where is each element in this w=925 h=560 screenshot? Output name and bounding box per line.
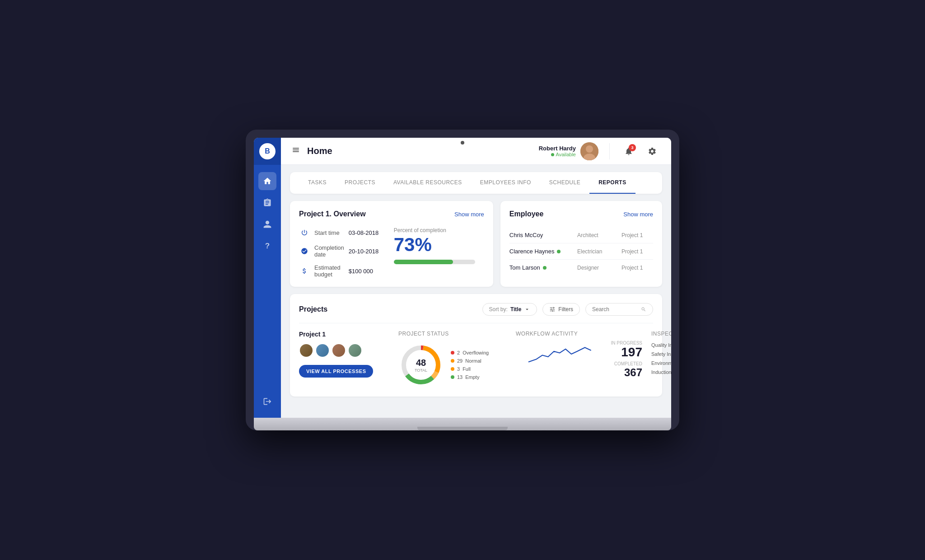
dollar-icon: [299, 266, 310, 276]
sort-button[interactable]: Sort by: Title: [482, 303, 537, 316]
donut-chart: 48 TOTAL: [398, 342, 444, 387]
tab-schedule[interactable]: SCHEDULE: [540, 172, 589, 194]
overview-right: Percent of completion 73%: [394, 227, 484, 264]
inspection-name-3: Inductions (C...: [651, 369, 671, 375]
sidebar-item-clipboard[interactable]: [258, 194, 276, 212]
tab-available-resources[interactable]: AVAILABLE RESOURCES: [384, 172, 471, 194]
budget-row: Estimated budget $100 000: [299, 264, 394, 278]
person-icon: [263, 220, 272, 229]
project-overview-header: Project 1. Overview Show more: [299, 210, 484, 218]
legend-label-overflowing: Overflowing: [462, 350, 489, 355]
search-input[interactable]: [592, 306, 637, 313]
team-avatar-1: [299, 343, 313, 358]
progress-fill: [394, 260, 453, 264]
workflow-stats: In progress 197 Completed 367: [516, 341, 642, 379]
inspection-row-3: Inductions (C... 108: [651, 369, 671, 375]
tab-employees-info[interactable]: EMPLOYEES INFO: [471, 172, 540, 194]
workflow-title: Workflow activity: [516, 331, 642, 337]
legend-label-normal: Normal: [465, 358, 481, 364]
legend-empty: 13 Empty: [451, 374, 489, 380]
inspections-section: Inspections Quality Insp... 355 Safe: [651, 331, 671, 378]
main-content: Home Robert Hardy Available: [281, 138, 671, 418]
employee-show-more[interactable]: Show more: [623, 211, 653, 218]
project1-avatars: [299, 343, 389, 358]
app-container: B ?: [254, 138, 671, 418]
start-time-label: Start time: [314, 229, 344, 236]
start-time-value: 03-08-2018: [349, 229, 394, 236]
filter-button[interactable]: Filters: [542, 303, 580, 316]
sort-label: Sort by:: [489, 306, 508, 313]
projects-header: Projects Sort by: Title Filters: [299, 303, 653, 316]
legend-overflowing: 2 Overflowing: [451, 350, 489, 355]
tab-tasks[interactable]: TASKS: [299, 172, 336, 194]
donut-sub: TOTAL: [415, 368, 427, 373]
laptop-screen: B ?: [254, 138, 671, 418]
inspection-name-1: Safety Insp...: [651, 351, 671, 357]
legend-count-empty: 13: [457, 374, 462, 380]
tab-reports[interactable]: REPORTS: [589, 172, 635, 194]
notification-badge: 3: [629, 144, 636, 151]
projects-divider: [299, 323, 653, 323]
employee-project-0: Project 1: [621, 232, 653, 238]
employee-name-1: Clarence Haynes: [509, 248, 574, 255]
laptop-camera: [461, 141, 464, 145]
overview-content: Start time 03-08-2018 Completion date: [299, 227, 484, 278]
tab-projects[interactable]: PROJECTS: [336, 172, 384, 194]
inspection-name-0: Quality Insp...: [651, 342, 671, 348]
employee-card-header: Employee Show more: [509, 210, 653, 218]
sort-value: Title: [510, 306, 521, 313]
project-overview-show-more[interactable]: Show more: [454, 211, 484, 218]
project1-content: Project 1 VIEW ALL PROCESSES: [299, 331, 653, 387]
completed-value: 367: [611, 366, 642, 379]
workflow-section: Workflow activity In progress: [516, 331, 642, 379]
chevron-down-icon: [524, 306, 530, 313]
overview-left: Start time 03-08-2018 Completion date: [299, 227, 394, 278]
search-box: [585, 303, 653, 316]
power-icon: [299, 227, 310, 238]
logo-icon: B: [259, 143, 276, 159]
legend-label-empty: Empty: [465, 374, 479, 380]
employee-name-0: Chris McCoy: [509, 232, 574, 238]
in-progress-value: 197: [611, 345, 642, 359]
settings-button[interactable]: [644, 143, 660, 159]
view-all-processes-button[interactable]: VIEW ALL PROCESSES: [299, 365, 373, 378]
employee-card: Employee Show more Chris McCoy Architect…: [500, 201, 662, 287]
laptop-frame: B ?: [246, 130, 679, 430]
legend-count-normal: 29: [457, 358, 462, 364]
header: Home Robert Hardy Available: [281, 138, 671, 165]
employee-name-2: Tom Larson: [509, 264, 574, 271]
status-dot-icon: [551, 153, 554, 156]
start-time-row: Start time 03-08-2018: [299, 227, 394, 238]
employee-title: Employee: [509, 210, 544, 218]
user-info-group: Robert Hardy Available: [539, 142, 598, 160]
employee-role-1: Electrician: [577, 248, 618, 255]
employee-project-1: Project 1: [621, 248, 653, 255]
home-icon: [263, 177, 272, 186]
avatar[interactable]: [580, 142, 598, 160]
completion-date-value: 20-10-2018: [349, 248, 394, 255]
workflow-chart: [516, 341, 604, 369]
filter-label: Filters: [558, 306, 573, 313]
sidebar-item-person[interactable]: [258, 215, 276, 233]
inspection-row-2: Environmen... 65: [651, 360, 671, 366]
inspection-name-2: Environmen...: [651, 360, 671, 366]
completion-pct: 73%: [394, 235, 484, 254]
menu-icon[interactable]: [292, 146, 300, 156]
legend-full: 3 Full: [451, 366, 489, 372]
sidebar-item-logout[interactable]: [258, 392, 276, 411]
progress-bar: [394, 260, 475, 264]
online-dot-1: [557, 250, 561, 253]
tabs-bar: TASKS PROJECTS AVAILABLE RESOURCES EMPLO…: [290, 172, 662, 194]
user-name: Robert Hardy: [539, 145, 576, 152]
employee-row-2: Tom Larson Designer Project 1: [509, 260, 653, 275]
employee-project-2: Project 1: [621, 265, 653, 271]
legend-label-full: Full: [462, 366, 471, 372]
sidebar-item-home[interactable]: [258, 172, 276, 190]
sidebar-item-help[interactable]: ?: [258, 237, 276, 255]
team-avatar-4: [348, 343, 362, 358]
legend-dot-normal: [451, 359, 454, 363]
avatar-image: [580, 142, 598, 160]
legend-dot-empty: [451, 375, 454, 379]
notification-button[interactable]: 3: [621, 143, 637, 159]
overview-rows: Start time 03-08-2018 Completion date: [299, 227, 394, 278]
